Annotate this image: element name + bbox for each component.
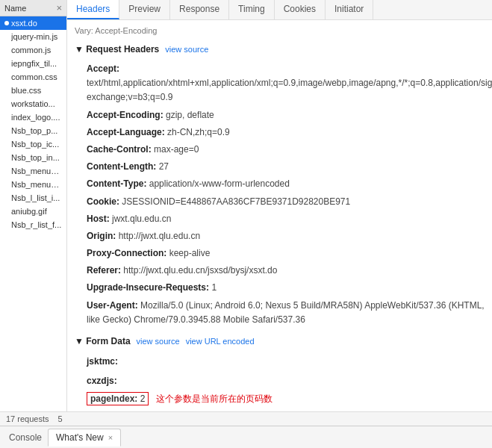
file-item-name: Nsb_l_list_i... (11, 193, 60, 202)
header-value: JSESSIONID=E448867AA836CF7BE9371D92820BE… (122, 196, 350, 207)
file-list: Name × xsxt.dojquery-min.jscommon.jsiepn… (0, 0, 67, 411)
header-name: Cache-Control: (87, 144, 154, 155)
page-index-value: 2 (140, 393, 146, 404)
file-item[interactable]: Nsb_menu_... (0, 164, 66, 178)
header-value: http://jwxt.qlu.edu.cn/jsxsd/bysj/xsxt.d… (123, 265, 277, 276)
form-field: jsktmc: (75, 352, 485, 372)
header-name: Accept-Encoding: (87, 110, 166, 120)
whats-new-tab[interactable]: What's New × (48, 429, 121, 447)
header-name: Content-Type: (87, 178, 149, 189)
whats-new-close-icon[interactable]: × (108, 433, 113, 442)
header-value: zh-CN,zh;q=0.9 (167, 127, 230, 137)
file-item[interactable]: Nsb_top_ic... (0, 137, 66, 151)
header-row: Origin: http://jwxt.qlu.edu.cn (75, 228, 485, 245)
header-row: Accept: text/html,application/xhtml+xml,… (75, 60, 485, 107)
file-list-name-label: Name (4, 4, 26, 13)
file-list-header: Name × (0, 0, 66, 16)
file-item-name: jquery-min.js (11, 32, 57, 41)
file-item-name: common.js (11, 46, 51, 55)
request-headers-section-header: ▼ Request Headers view source (75, 44, 485, 55)
bottom-tabs-bar: Console What's New × (0, 426, 492, 448)
tab-headers[interactable]: Headers (67, 0, 119, 19)
page-index-row: pageIndex: 2 这个参数是当前所在的页码数 (75, 391, 485, 407)
file-item[interactable]: workstatio... (0, 97, 66, 111)
header-row: Accept-Encoding: gzip, deflate (75, 107, 485, 124)
header-row: Content-Type: application/x-www-form-url… (75, 175, 485, 193)
header-name: Upgrade-Insecure-Requests: (87, 282, 211, 293)
file-item[interactable]: common.css (0, 70, 66, 84)
tabs-bar: HeadersPreviewResponseTimingCookiesIniti… (67, 0, 492, 20)
file-item[interactable]: xsxt.do (0, 16, 66, 30)
console-tab-label: Console (9, 432, 42, 443)
file-item[interactable]: Nsb_menu_... (0, 178, 66, 191)
form-data-label: ▼ Form Data (75, 336, 131, 346)
header-row: Referer: http://jwxt.qlu.edu.cn/jsxsd/by… (75, 262, 485, 279)
request-headers-label: ▼ Request Headers (75, 44, 159, 55)
form-data-view-source[interactable]: view source (137, 337, 180, 346)
file-item-name: Nsb_menu_... (11, 167, 62, 175)
file-item[interactable]: Nsb_top_in... (0, 151, 66, 164)
file-item-name: aniubg.gif (11, 207, 47, 216)
tab-preview[interactable]: Preview (119, 0, 170, 19)
file-item-name: Nsb_r_list_f... (11, 220, 61, 229)
form-field: cxzdjs: (75, 372, 485, 391)
file-item[interactable]: Nsb_r_list_f... (0, 218, 66, 231)
tab-cookies[interactable]: Cookies (275, 0, 326, 19)
header-value: 27 (159, 161, 169, 172)
file-item[interactable]: index_logo.... (0, 111, 66, 124)
header-row: Accept-Language: zh-CN,zh;q=0.9 (75, 124, 485, 141)
file-item[interactable]: common.js (0, 43, 66, 57)
header-row: Cache-Control: max-age=0 (75, 141, 485, 158)
header-value: 1 (211, 282, 217, 293)
file-item[interactable]: aniubg.gif (0, 205, 66, 218)
console-tab[interactable]: Console (3, 429, 48, 446)
file-item-name: Nsb_top_p... (11, 126, 57, 135)
form-field-name: jsktmc: (87, 356, 118, 367)
file-item[interactable]: iepngfix_til... (0, 57, 66, 70)
request-headers-view-source[interactable]: view source (165, 45, 208, 54)
file-item-name: workstatio... (11, 99, 55, 108)
file-item-name: xsxt.do (11, 19, 37, 28)
file-item-name: common.css (11, 72, 57, 81)
header-name: Origin: (87, 231, 119, 241)
page-index-name: pageIndex: (90, 393, 137, 404)
file-item-name: iepngfix_til... (11, 59, 57, 68)
header-value: gzip, deflate (166, 110, 214, 120)
page-index-box: pageIndex: 2 (87, 392, 149, 405)
header-value: text/html,application/xhtml+xml,applicat… (87, 78, 492, 102)
header-name: User-Agent: (87, 300, 140, 311)
status-size: 5 (57, 414, 62, 423)
file-list-close[interactable]: × (56, 2, 62, 13)
header-value: max-age=0 (154, 144, 199, 155)
file-item[interactable]: Nsb_l_list_i... (0, 191, 66, 205)
tab-initiator[interactable]: Initiator (326, 0, 373, 19)
header-name: Referer: (87, 265, 123, 276)
tab-timing[interactable]: Timing (229, 0, 275, 19)
header-name: Proxy-Connection: (87, 248, 169, 258)
status-bar: 17 requests 5 (0, 411, 492, 426)
header-name: Host: (87, 214, 112, 224)
header-row: Host: jwxt.qlu.edu.cn (75, 211, 485, 228)
file-item-name: Nsb_top_in... (11, 153, 60, 162)
status-requests: 17 requests (6, 414, 49, 423)
header-name: Accept: (87, 63, 119, 74)
header-value: Mozilla/5.0 (Linux; Android 6.0; Nexus 5… (87, 300, 485, 325)
file-item[interactable]: blue.css (0, 84, 66, 97)
file-item[interactable]: Nsb_top_p... (0, 124, 66, 137)
header-value: jwxt.qlu.edu.cn (112, 214, 171, 224)
header-value: http://jwxt.qlu.edu.cn (119, 231, 200, 241)
header-value: application/x-www-form-urlencoded (149, 178, 290, 189)
page-index-annotation: 这个参数是当前所在的页码数 (156, 393, 273, 405)
tab-response[interactable]: Response (170, 0, 229, 19)
header-row: Content-Length: 27 (75, 158, 485, 175)
form-data-section: ▼ Form Data view source view URL encoded… (75, 336, 485, 407)
file-item-name: Nsb_menu_... (11, 180, 62, 189)
file-item-name: Nsb_top_ic... (11, 140, 59, 149)
file-item[interactable]: jquery-min.js (0, 30, 66, 43)
form-data-view-url-encoded[interactable]: view URL encoded (186, 337, 255, 346)
vary-line: Vary: Accept-Encoding (75, 26, 485, 38)
header-row: User-Agent: Mozilla/5.0 (Linux; Android … (75, 297, 485, 329)
form-data-section-header: ▼ Form Data view source view URL encoded (75, 336, 485, 346)
header-name: Content-Length: (87, 161, 159, 172)
header-value: keep-alive (169, 248, 211, 258)
